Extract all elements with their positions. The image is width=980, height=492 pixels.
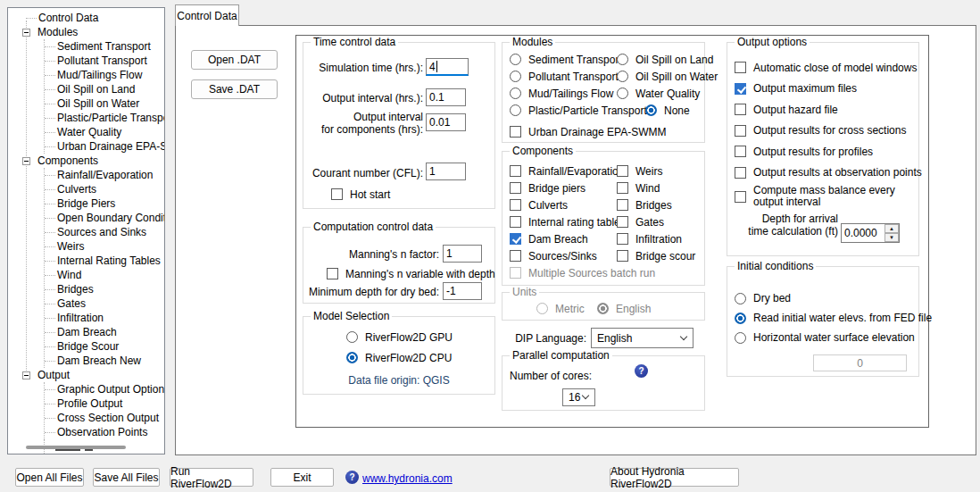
tree-item[interactable]: Bridge Scour: [45, 339, 165, 354]
tree-item[interactable]: Mud/Tailings Flow: [45, 68, 165, 82]
tree-item[interactable]: Observation Points: [45, 425, 165, 439]
tree-item[interactable]: Pollutant Transport: [45, 54, 165, 68]
component-checkbox[interactable]: [617, 199, 628, 211]
tree-connector: [45, 318, 55, 319]
tree-item[interactable]: Sediment Transport: [45, 39, 165, 54]
tree-item[interactable]: Bridges: [45, 282, 165, 296]
output-option-checkbox[interactable]: [735, 125, 746, 137]
collapse-icon[interactable]: [22, 157, 30, 165]
urban-drainage-checkbox[interactable]: [510, 126, 521, 138]
module-radio[interactable]: [617, 88, 628, 99]
tree-item[interactable]: Graphic Output Options: [45, 382, 165, 396]
time-control-group: Time control data Simulation time (hrs.)…: [303, 42, 495, 209]
open-all-files-button[interactable]: Open All Files: [15, 468, 84, 487]
cpu-radio[interactable]: [346, 352, 358, 363]
output-option-checkbox[interactable]: [735, 62, 746, 73]
component-checkbox[interactable]: [617, 216, 628, 228]
gpu-radio[interactable]: [346, 331, 358, 343]
tree-item[interactable]: Culverts: [45, 182, 165, 196]
spinner-up-icon[interactable]: ▲: [884, 224, 899, 233]
mass-balance-label: Compute mass balance everyoutput interva…: [753, 185, 895, 208]
output-interval-components-input[interactable]: 0.01: [426, 113, 466, 131]
component-checkbox[interactable]: [510, 250, 521, 262]
tree-item[interactable]: Wind: [45, 268, 165, 282]
hot-start-checkbox[interactable]: [331, 188, 343, 200]
tree-item-components[interactable]: Components: [8, 154, 165, 168]
module-radio[interactable]: [617, 71, 628, 82]
tree-item[interactable]: Dam Breach: [45, 325, 165, 339]
output-option-checkbox[interactable]: [735, 167, 746, 179]
about-button[interactable]: About Hydronia RiverFlow2D: [610, 468, 739, 487]
component-checkbox[interactable]: [510, 182, 521, 194]
tree-item[interactable]: Plastic/Particle Transport: [45, 111, 165, 125]
help-icon[interactable]: ?: [635, 364, 648, 378]
module-radio[interactable]: [510, 88, 521, 99]
dip-language-select[interactable]: English: [591, 328, 693, 348]
mannings-factor-input[interactable]: 1: [443, 245, 482, 263]
tree-item[interactable]: Profile Output: [45, 396, 165, 411]
hydronia-link[interactable]: www.hydronia.com: [362, 472, 453, 485]
run-riverflow2d-button[interactable]: Run RiverFlow2D: [170, 468, 253, 487]
module-none-radio[interactable]: [645, 104, 657, 116]
mannings-variable-checkbox[interactable]: [327, 268, 338, 279]
module-label: Mud/Tailings Flow: [528, 88, 613, 100]
tree-item[interactable]: Bridge Piers: [45, 196, 165, 211]
tree-item[interactable]: Rainfall/Evaporation: [45, 168, 165, 182]
module-radio[interactable]: [510, 71, 521, 82]
module-radio[interactable]: [510, 54, 521, 65]
depth-arrival-spinner[interactable]: 0.0000 ▲ ▼: [841, 223, 900, 243]
tree-item[interactable]: Dam Breach New: [45, 354, 165, 368]
output-option-checkbox[interactable]: [735, 104, 746, 115]
module-radio[interactable]: [617, 54, 628, 65]
tree-item-output[interactable]: Output: [8, 368, 165, 382]
mass-balance-checkbox[interactable]: [735, 191, 746, 203]
save-all-files-button[interactable]: Save All Files: [93, 468, 160, 487]
output-option-checkbox[interactable]: [735, 146, 746, 157]
output-interval-input[interactable]: 0.1: [426, 88, 466, 106]
component-checkbox[interactable]: [510, 216, 521, 228]
save-dat-button[interactable]: Save .DAT: [191, 79, 278, 99]
tree-item[interactable]: Oil Spill on Land: [45, 82, 165, 96]
tree-item[interactable]: Internal Rating Tables: [45, 254, 165, 268]
output-option-checkbox[interactable]: [735, 83, 746, 95]
component-checkbox[interactable]: [510, 199, 521, 211]
component-checkbox[interactable]: [510, 267, 521, 279]
component-checkbox[interactable]: [617, 250, 628, 262]
component-checkbox[interactable]: [510, 233, 521, 245]
tree-item[interactable]: Open Boundary Conditions: [45, 211, 165, 225]
collapse-icon[interactable]: [22, 29, 30, 37]
group-title: Output options: [735, 36, 810, 48]
tree-item-modules[interactable]: Modules: [8, 25, 165, 39]
tree-item[interactable]: Sources and Sinks: [45, 225, 165, 239]
component-checkbox[interactable]: [617, 233, 628, 245]
courant-number-input[interactable]: 1: [426, 163, 466, 180]
tree-horizontal-scrollbar[interactable]: [26, 446, 126, 449]
initial-condition-radio[interactable]: [735, 332, 746, 344]
help-icon[interactable]: ?: [345, 471, 359, 484]
tab-control-data[interactable]: Control Data: [175, 4, 239, 26]
initial-condition-radio[interactable]: [735, 313, 746, 324]
initial-condition-radio[interactable]: [735, 293, 746, 304]
simulation-time-input[interactable]: 4: [426, 58, 469, 76]
component-label: Multiple Sources batch run: [528, 267, 655, 279]
tree-item[interactable]: Urban Drainage EPA-SWMM: [45, 139, 165, 154]
exit-button[interactable]: Exit: [270, 468, 334, 487]
tree-item[interactable]: Infiltration: [45, 311, 165, 325]
collapse-icon[interactable]: [22, 371, 30, 379]
spinner-down-icon[interactable]: ▼: [884, 233, 899, 242]
water-surface-elevation-input[interactable]: 0: [813, 354, 907, 371]
tree-item-control-data[interactable]: Control Data: [8, 11, 165, 25]
open-dat-button[interactable]: Open .DAT: [191, 50, 278, 70]
min-depth-label: Minimum depth for dry bed:: [307, 286, 439, 298]
cores-select[interactable]: 16: [562, 388, 595, 406]
min-depth-input[interactable]: -1: [443, 282, 482, 300]
tree-item[interactable]: Oil Spill on Water: [45, 96, 165, 111]
tree-item[interactable]: Water Quality: [45, 125, 165, 139]
component-checkbox[interactable]: [510, 165, 521, 177]
tree-item[interactable]: Cross Section Output: [45, 411, 165, 425]
module-radio[interactable]: [510, 104, 521, 116]
component-checkbox[interactable]: [617, 182, 628, 194]
component-checkbox[interactable]: [617, 165, 628, 177]
tree-item[interactable]: Gates: [45, 296, 165, 311]
tree-item[interactable]: Weirs: [45, 239, 165, 254]
